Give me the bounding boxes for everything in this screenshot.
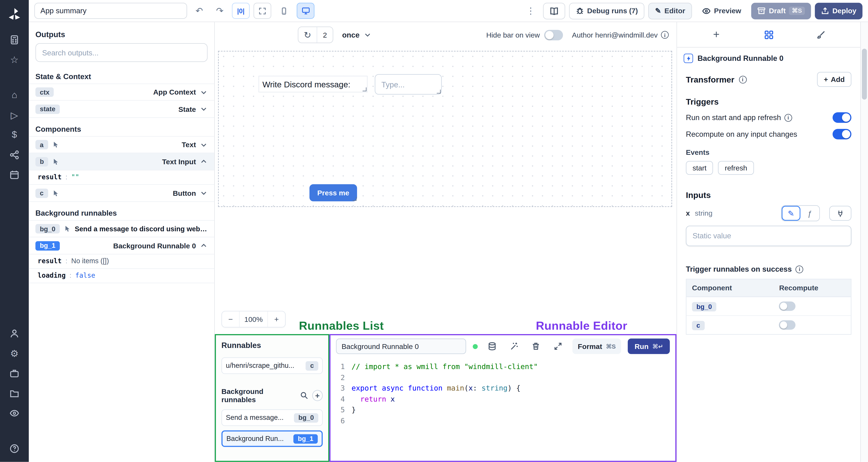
output-row-bg0[interactable]: bg_0 Send a message to discord using web…	[29, 220, 214, 237]
event-refresh-badge[interactable]: refresh	[718, 161, 754, 175]
canvas-grid-frame[interactable]: Write Discord message: Type... Press me	[218, 51, 672, 207]
add-transformer-button[interactable]: + Add	[817, 72, 851, 87]
app-summary-input[interactable]	[34, 3, 187, 19]
c-recompute-toggle[interactable]	[779, 320, 796, 330]
output-row-c[interactable]: c Button	[29, 185, 214, 202]
refresh-control[interactable]: ↻ 2	[298, 27, 333, 43]
runnable-name-input[interactable]	[336, 338, 466, 354]
help-icon[interactable]	[4, 439, 24, 458]
cache-db-icon[interactable]	[485, 338, 500, 354]
expression-fn-icon[interactable]: ƒ	[801, 206, 819, 221]
input-field-name: x	[686, 209, 690, 217]
info-icon[interactable]	[661, 31, 669, 39]
interval-select[interactable]: once	[342, 31, 371, 39]
chevron-up-icon[interactable]	[200, 158, 208, 165]
text-input-component-b[interactable]: Type...	[375, 74, 442, 95]
insert-component-tab-icon[interactable]: +	[708, 26, 725, 43]
text-component-a[interactable]: Write Discord message:	[258, 76, 368, 92]
center-align-icon[interactable]: |0|	[232, 3, 250, 19]
code-editor[interactable]: 123456 // import * as wmill from "windmi…	[331, 357, 675, 461]
delete-trash-icon[interactable]	[528, 338, 544, 354]
search-icon[interactable]	[300, 391, 308, 400]
debug-runs-button[interactable]: Debug runs (7)	[569, 2, 645, 19]
editor-tab-button[interactable]: ✎ Editor	[648, 2, 692, 19]
info-icon[interactable]	[796, 265, 804, 273]
output-row-state[interactable]: state State	[29, 101, 214, 118]
chevron-down-icon[interactable]	[200, 189, 208, 197]
audit-logs-eye-icon[interactable]	[4, 404, 24, 423]
code-gutter: 123456	[331, 361, 352, 461]
ai-wand-icon[interactable]	[506, 338, 522, 354]
desktop-view-icon[interactable]	[297, 3, 314, 19]
select-pointer-icon[interactable]	[52, 141, 59, 148]
runnable-item-bg1[interactable]: Background Run... bg_1	[221, 430, 323, 447]
output-row-bg1[interactable]: bg_1 Background Runnable 0	[29, 237, 214, 254]
apps-icon[interactable]	[4, 31, 24, 50]
event-start-badge[interactable]: start	[686, 161, 713, 175]
runnable-item-script[interactable]: u/henri/scrape_githu... c	[221, 357, 323, 374]
draft-button[interactable]: Draft ⌘S	[751, 2, 811, 19]
component-settings-tab-icon[interactable]	[760, 26, 777, 43]
output-row-a[interactable]: a Text	[29, 136, 214, 153]
output-row-ctx[interactable]: ctx App Context	[29, 84, 214, 101]
settings-gear-icon[interactable]: ⚙	[4, 344, 24, 363]
folders-icon[interactable]	[4, 384, 24, 403]
run-shortcut: ⌘↵	[652, 343, 663, 350]
bg1-item-badge: bg_1	[293, 434, 318, 443]
static-value-pencil-icon[interactable]: ✎	[782, 206, 801, 221]
static-value-input[interactable]	[686, 226, 851, 246]
home-icon[interactable]: ⌂	[4, 86, 24, 105]
runnable-item-bg0[interactable]: Send a message... bg_0	[221, 409, 323, 426]
recompute-on-change-toggle[interactable]	[833, 129, 851, 139]
connect-plug-icon[interactable]	[829, 206, 851, 221]
user-icon[interactable]	[4, 324, 24, 343]
zoom-in-button[interactable]: +	[268, 311, 285, 327]
windmill-logo-icon[interactable]	[4, 4, 24, 24]
bg0-item-badge: bg_0	[294, 413, 318, 423]
select-pointer-icon[interactable]	[52, 190, 59, 197]
chevron-down-icon[interactable]	[200, 105, 208, 113]
app-canvas[interactable]: Write Discord message: Type... Press me …	[215, 47, 677, 334]
mobile-view-icon[interactable]	[275, 3, 293, 19]
editor-label: Editor	[664, 7, 685, 15]
info-icon[interactable]	[739, 75, 747, 83]
component-c-badge: c	[35, 188, 48, 198]
window-scrollbar[interactable]	[860, 22, 868, 462]
events-label: Events	[686, 148, 851, 156]
bg1-result-value: No items ([])	[71, 257, 109, 265]
docs-button[interactable]	[543, 2, 565, 19]
styling-brush-tab-icon[interactable]	[812, 26, 829, 43]
button-component-c[interactable]: Press me	[309, 184, 357, 201]
format-button[interactable]: Format ⌘S	[572, 338, 621, 354]
deploy-button[interactable]: Deploy	[815, 2, 863, 19]
undo-icon[interactable]: ↶	[191, 3, 208, 19]
workers-briefcase-icon[interactable]	[4, 364, 24, 383]
scrollbar-thumb[interactable]	[862, 48, 867, 99]
run-button[interactable]: Run ⌘↵	[628, 338, 670, 354]
schedules-calendar-icon[interactable]	[4, 165, 24, 184]
chevron-up-icon[interactable]	[200, 242, 208, 250]
expand-icon[interactable]	[550, 338, 566, 354]
run-on-start-toggle[interactable]	[833, 112, 851, 123]
code-lines[interactable]: // import * as wmill from "windmill-clie…	[351, 361, 675, 461]
favorites-star-icon[interactable]: ☆	[4, 51, 24, 69]
output-row-b[interactable]: b Text Input	[29, 153, 214, 170]
info-icon[interactable]	[784, 113, 792, 122]
preview-tab-button[interactable]: Preview	[696, 2, 747, 19]
chevron-down-icon[interactable]	[200, 141, 208, 148]
add-runnable-button[interactable]: +	[312, 390, 323, 401]
runs-play-icon[interactable]: ▷	[4, 106, 24, 125]
select-pointer-icon[interactable]	[64, 225, 71, 232]
select-pointer-icon[interactable]	[52, 158, 60, 165]
zoom-out-button[interactable]: −	[222, 311, 240, 327]
more-menu-icon[interactable]: ⋮	[522, 3, 539, 19]
hide-bar-toggle[interactable]	[544, 30, 563, 40]
chevron-down-icon[interactable]	[200, 88, 208, 96]
redo-icon[interactable]: ↷	[211, 3, 228, 19]
resources-icon[interactable]	[4, 145, 24, 164]
variables-dollar-icon[interactable]: $	[4, 126, 24, 144]
refresh-icon[interactable]: ↻	[299, 27, 317, 42]
bg0-recompute-toggle[interactable]	[779, 302, 796, 311]
search-outputs-input[interactable]	[35, 43, 208, 62]
fullscreen-icon[interactable]	[254, 3, 271, 19]
